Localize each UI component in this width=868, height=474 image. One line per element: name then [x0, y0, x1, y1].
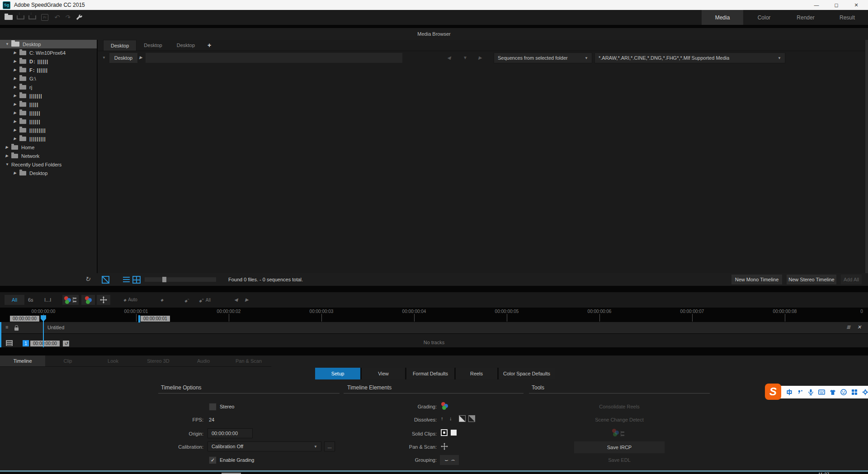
tab-color[interactable]: Color [743, 10, 785, 25]
chevron-right-icon[interactable] [14, 59, 19, 63]
tab-look[interactable]: Look [90, 356, 136, 366]
tree-item-home[interactable]: Home [0, 143, 97, 152]
chevron-right-icon[interactable] [14, 94, 19, 98]
browser-tab[interactable]: Desktop [137, 40, 169, 51]
dissolve-down-icon[interactable] [449, 416, 452, 421]
chevron-right-icon[interactable] [14, 171, 19, 175]
scene-change-detect-button[interactable]: Scene Change Detect [529, 417, 710, 422]
chevron-down-icon[interactable] [5, 162, 11, 166]
solid-white-icon[interactable] [451, 430, 457, 436]
zoom-range-button[interactable]: I...I [44, 297, 51, 303]
add-keyframe-button[interactable] [160, 297, 163, 302]
save-ircp-button[interactable]: Save IRCP [574, 441, 665, 453]
chevron-right-icon[interactable] [14, 85, 19, 89]
emoji-icon[interactable] [840, 389, 847, 396]
calibration-more-button[interactable]: ... [324, 441, 335, 451]
track-options-icon[interactable] [5, 324, 8, 330]
breadcrumb[interactable]: Desktop [109, 53, 137, 63]
sequence-mode-select[interactable]: Sequences from selected folder [494, 52, 592, 63]
undo-icon[interactable] [52, 13, 61, 22]
nav-back-icon[interactable] [447, 55, 451, 60]
origin-field[interactable]: 00:00:00:00 [208, 428, 253, 438]
chevron-right-icon[interactable] [14, 102, 19, 106]
thumbnail-size-slider[interactable] [145, 277, 216, 282]
close-track-icon[interactable] [857, 324, 861, 330]
tab-render[interactable]: Render [785, 10, 826, 25]
ungroup-icon[interactable] [451, 456, 455, 464]
tree-item-folder[interactable]: ||||||| [0, 91, 97, 100]
enable-grading-checkbox[interactable]: ✓ [209, 456, 217, 464]
marker-timecode[interactable]: 00:00:00:01 [141, 316, 170, 322]
chevron-right-icon[interactable] [5, 154, 11, 158]
tree-item-recent[interactable]: Recently Used Folders [0, 160, 97, 169]
grouping-buttons[interactable] [440, 455, 459, 465]
file-filter-select[interactable]: *.ARAW,*.ARI,*.CINE,*.DNG,*.FHG*,*.Mlf S… [594, 52, 785, 63]
path-next-icon[interactable] [139, 55, 142, 60]
browser-tab[interactable]: Desktop [170, 40, 202, 51]
dissolve-up-icon[interactable] [441, 416, 443, 421]
tree-item-drive-g[interactable]: G:\ [0, 74, 97, 83]
punctuation-icon[interactable] [797, 389, 803, 396]
track-timecode[interactable]: 00:00:00:00 [30, 341, 60, 346]
chevron-right-icon[interactable] [14, 68, 19, 72]
browser-tab[interactable]: Desktop [103, 40, 137, 51]
add-all-button[interactable]: Add All [841, 275, 862, 284]
chevron-right-icon[interactable] [14, 137, 19, 141]
path-dropdown-icon[interactable] [102, 56, 106, 60]
subtab-setup[interactable]: Setup [315, 368, 360, 379]
playhead-line[interactable] [43, 321, 44, 347]
playhead-timecode[interactable]: 00:00:00:00 [10, 316, 39, 322]
lock-icon[interactable] [14, 327, 19, 331]
track-menu-icon[interactable] [846, 324, 850, 330]
open-folder-icon[interactable] [4, 13, 14, 22]
tree-item-folder[interactable]: |||||| [0, 117, 97, 126]
path-bar[interactable] [146, 53, 402, 63]
sogou-logo-icon[interactable]: S [765, 384, 781, 400]
tab-stereo-3d[interactable]: Stereo 3D [136, 356, 181, 366]
nav-forward-icon[interactable] [478, 55, 482, 60]
tree-item-drive-c[interactable]: C: Win10Prox64 [0, 48, 97, 57]
list-view-icon[interactable] [123, 277, 130, 282]
dissolve-fade-out-icon[interactable] [468, 415, 475, 422]
tree-item-folder[interactable]: ||||||||| [0, 126, 97, 134]
consolidate-reels-button[interactable]: Consolidate Reels [529, 404, 710, 409]
maximize-icon[interactable]: ◻ [826, 0, 846, 10]
nav-down-icon[interactable] [463, 55, 467, 60]
subtab-view[interactable]: View [362, 368, 405, 379]
save-as-icon[interactable] [27, 13, 37, 22]
settings-wrench-icon[interactable] [74, 13, 84, 22]
group-icon[interactable] [444, 456, 448, 464]
add-tab-button[interactable]: + [202, 40, 217, 51]
stereo-checkbox[interactable] [209, 403, 217, 411]
browser-scrollbar[interactable] [865, 40, 868, 286]
save-icon[interactable] [15, 13, 25, 22]
tree-item-folder[interactable]: |||||| [0, 109, 97, 117]
tree-item-network[interactable]: Network [0, 152, 97, 160]
chevron-right-icon[interactable] [14, 111, 19, 115]
zoom-all-button[interactable]: All [5, 295, 24, 305]
calibration-select[interactable]: Calibration Off [208, 441, 321, 451]
grading-tree-icon[interactable] [62, 295, 79, 305]
subtab-reels[interactable]: Reels [456, 368, 497, 379]
pan-scan-button[interactable] [441, 443, 448, 451]
skin-icon[interactable] [829, 389, 836, 396]
send-to-premiere-icon[interactable]: Pr [40, 13, 50, 22]
settings-icon[interactable] [862, 389, 868, 396]
subtab-color-space-defaults[interactable]: Color Space Defaults [499, 368, 555, 379]
grid-view-icon[interactable] [132, 276, 141, 284]
minimize-icon[interactable]: — [807, 0, 826, 10]
subtab-format-defaults[interactable]: Format Defaults [406, 368, 454, 379]
marker-handle[interactable] [138, 315, 140, 322]
chinese-mode-icon[interactable] [786, 389, 793, 396]
chevron-right-icon[interactable] [14, 51, 19, 55]
dissolve-fade-in-icon[interactable] [459, 415, 466, 422]
track-name[interactable]: Untitled [47, 325, 64, 330]
voice-icon[interactable] [807, 389, 814, 396]
loop-button[interactable] [63, 341, 69, 346]
grading-toggle[interactable] [441, 402, 448, 411]
no-thumbnail-icon[interactable] [102, 276, 109, 284]
tree-item-rj[interactable]: rj [0, 83, 97, 91]
clear-keyframes-button[interactable]: All [199, 297, 211, 303]
windows-taskbar[interactable]: 11:27 [0, 470, 868, 474]
fps-value[interactable]: 24 [209, 417, 214, 422]
